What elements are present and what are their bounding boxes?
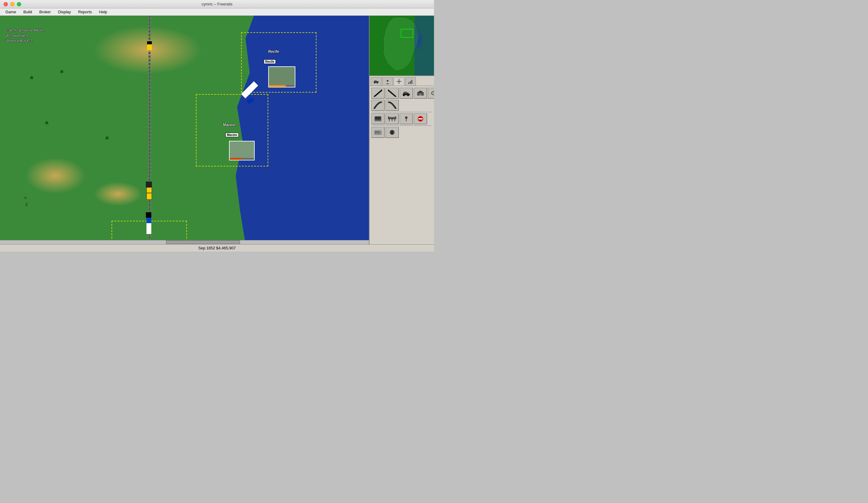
tool-curve1[interactable] <box>371 100 384 111</box>
minimize-button[interactable] <box>10 2 14 6</box>
recife-station-popup[interactable] <box>268 66 296 88</box>
recife-city-name: Recife <box>268 50 279 54</box>
recife-label: Recife <box>264 59 276 64</box>
tool-bridge[interactable] <box>385 113 399 124</box>
tool-tabs <box>370 76 434 86</box>
title-bar: cymric – Freerails <box>0 0 434 9</box>
right-panel <box>369 16 434 244</box>
tab-stats[interactable] <box>405 77 416 86</box>
menu-help[interactable]: Help <box>96 9 110 15</box>
svg-rect-1 <box>414 16 434 75</box>
tool-empty4 <box>428 113 434 124</box>
svg-point-6 <box>377 82 378 83</box>
svg-rect-12 <box>411 80 412 84</box>
window-title: cymric – Freerails <box>202 2 233 6</box>
menu-build[interactable]: Build <box>20 9 35 15</box>
svg-rect-4 <box>374 81 377 82</box>
tab-trains[interactable] <box>371 77 382 86</box>
tool-structure[interactable] <box>371 127 384 138</box>
tool-signal[interactable] <box>400 113 413 124</box>
svg-line-16 <box>388 91 395 97</box>
svg-point-26 <box>434 92 434 94</box>
maceio-station-popup[interactable] <box>229 141 255 161</box>
cactus <box>24 197 27 199</box>
game-viewport[interactable]: Train #2 arrives at Maceio 80 Passengers… <box>0 16 369 244</box>
svg-point-25 <box>432 91 434 95</box>
mini-map-svg <box>370 16 434 75</box>
map-canvas: Train #2 arrives at Maceio 80 Passengers… <box>0 16 369 244</box>
tool-track-nw[interactable] <box>385 88 399 99</box>
tool-empty1 <box>400 100 413 111</box>
svg-rect-11 <box>410 81 411 84</box>
svg-rect-43 <box>378 131 379 133</box>
tree <box>60 70 63 73</box>
ocean <box>229 16 369 244</box>
status-text: Sep 1852 $4,465,907 <box>198 246 236 250</box>
maximize-button[interactable] <box>17 2 21 6</box>
tab-build[interactable] <box>394 77 404 86</box>
svg-point-21 <box>407 94 409 96</box>
tool-empty2 <box>414 100 427 111</box>
map-scrollbar-thumb[interactable] <box>166 240 240 244</box>
train-bottom-car1 <box>146 217 151 223</box>
tool-empty3 <box>428 100 434 111</box>
svg-rect-29 <box>375 120 381 121</box>
map-scrollbar[interactable] <box>0 240 369 244</box>
svg-marker-0 <box>383 17 419 71</box>
svg-point-7 <box>387 80 389 82</box>
tool-tunnel[interactable] <box>371 113 384 124</box>
menu-bar: Game Build Broker Display Reports Help <box>0 9 434 16</box>
svg-point-5 <box>374 82 375 83</box>
svg-line-14 <box>375 91 382 97</box>
train-north-car2 <box>147 44 152 50</box>
svg-point-20 <box>403 94 405 96</box>
tree <box>105 136 108 139</box>
tool-station[interactable] <box>414 88 427 99</box>
mini-map[interactable] <box>370 16 434 76</box>
tool-eye[interactable] <box>428 88 434 99</box>
svg-rect-24 <box>420 94 421 95</box>
svg-rect-10 <box>409 82 409 84</box>
tool-track-ne[interactable] <box>371 88 384 99</box>
tool-empty6 <box>414 127 427 138</box>
maceio-label: Maceio <box>225 133 239 137</box>
svg-rect-44 <box>375 130 381 131</box>
maceio-city-name: Maceio <box>223 123 235 127</box>
menu-broker[interactable]: Broker <box>36 9 54 15</box>
tool-curve2[interactable] <box>385 100 399 111</box>
close-button[interactable] <box>3 2 8 6</box>
status-bar: Sep 1852 $4,465,907 <box>0 244 434 252</box>
main-layout: Train #2 arrives at Maceio 80 Passengers… <box>0 16 434 244</box>
train-bottom-loco <box>146 212 151 218</box>
tool-empty5 <box>400 127 413 138</box>
tool-dark[interactable] <box>385 127 399 138</box>
svg-rect-42 <box>375 131 377 133</box>
train-mid-car2 <box>146 193 152 199</box>
menu-display[interactable]: Display <box>55 9 74 15</box>
svg-rect-40 <box>418 118 423 120</box>
train-mid-loco <box>146 182 152 187</box>
tab-passengers[interactable] <box>382 77 393 86</box>
tool-bulldozer[interactable] <box>400 88 413 99</box>
menu-game[interactable]: Game <box>2 9 19 15</box>
tool-divider-2 <box>372 125 432 126</box>
svg-point-38 <box>406 117 407 118</box>
svg-rect-9 <box>399 79 399 84</box>
tool-empty7 <box>428 127 434 138</box>
tree <box>45 121 48 124</box>
tool-divider-1 <box>372 112 432 112</box>
svg-line-15 <box>388 90 396 97</box>
window-controls[interactable] <box>3 2 21 6</box>
tool-no-entry[interactable] <box>414 113 427 124</box>
cactus-body <box>25 203 28 206</box>
svg-rect-19 <box>404 92 407 93</box>
tree <box>30 76 33 79</box>
svg-marker-23 <box>417 91 424 93</box>
svg-line-13 <box>374 90 382 97</box>
train-bottom-car3 <box>146 228 151 234</box>
train-bottom-car2 <box>146 223 151 228</box>
menu-reports[interactable]: Reports <box>75 9 95 15</box>
